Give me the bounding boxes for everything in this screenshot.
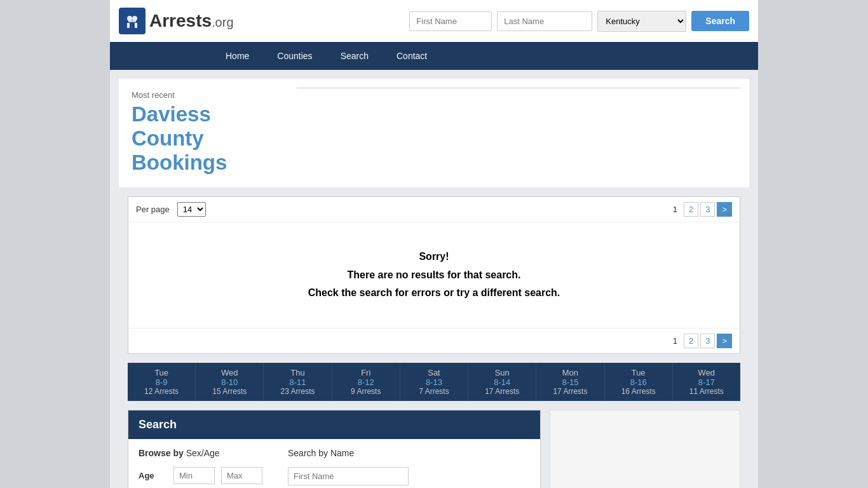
search-section: Search Browse by Sex/Age Age <box>128 401 740 488</box>
county-title[interactable]: DaviessCountyBookings <box>132 102 284 175</box>
right-ad <box>550 410 740 488</box>
svg-point-1 <box>127 16 132 21</box>
name-search-col: Search by Name <box>288 448 409 488</box>
age-row: Age <box>139 467 262 484</box>
logo-icon <box>119 8 146 34</box>
page-3[interactable]: 3 <box>700 202 715 217</box>
main-content <box>297 79 749 187</box>
date-cell[interactable]: Thu8-1123 Arrests <box>264 363 332 401</box>
page-bottom-3[interactable]: 3 <box>700 334 715 348</box>
page-bottom-1[interactable]: 1 <box>668 334 682 348</box>
search-title: Search <box>139 418 530 431</box>
per-page-bar: Per page 14 25 50 1 2 3 > <box>128 197 740 222</box>
svg-rect-4 <box>135 23 137 28</box>
search-box-body: Browse by Sex/Age Age Sex BothMaleFemale <box>128 439 540 488</box>
date-bar: Tue8-912 ArrestsWed8-1015 ArrestsThu8-11… <box>128 363 740 401</box>
age-min-input[interactable] <box>173 467 215 484</box>
pagination-bottom: 1 2 3 > <box>668 334 732 348</box>
per-page-label: Per page <box>136 205 170 214</box>
date-cell[interactable]: Mon8-1517 Arrests <box>536 363 604 401</box>
site-name: Arrests.org <box>149 11 234 31</box>
nav-home[interactable]: Home <box>212 42 263 70</box>
date-cell[interactable]: Tue8-912 Arrests <box>128 363 196 401</box>
no-results-message: Sorry! There are no results for that sea… <box>128 222 740 328</box>
logo[interactable]: Arrests.org <box>119 8 234 34</box>
search-box-header: Search <box>128 410 540 439</box>
page-1[interactable]: 1 <box>668 203 682 216</box>
page-next[interactable]: > <box>717 202 732 217</box>
browse-col: Browse by Sex/Age Age Sex BothMaleFemale <box>139 448 262 488</box>
page-2[interactable]: 2 <box>684 202 698 217</box>
header: Arrests.org KentuckyAlabamaAlaskaArizona… <box>110 0 758 42</box>
most-recent-label: Most recent <box>132 90 284 100</box>
date-cell[interactable]: Tue8-1616 Arrests <box>605 363 673 401</box>
per-page-select[interactable]: 14 25 50 <box>177 202 206 217</box>
svg-rect-5 <box>128 20 136 22</box>
date-cell[interactable]: Sun8-1417 Arrests <box>468 363 536 401</box>
header-first-name-input[interactable] <box>409 11 492 31</box>
date-cell[interactable]: Wed8-1015 Arrests <box>196 363 264 401</box>
results-bottom-bar: 1 2 3 > <box>128 328 740 353</box>
nav-contact[interactable]: Contact <box>383 42 441 70</box>
browse-heading: Browse by Sex/Age <box>139 448 262 458</box>
header-last-name-input[interactable] <box>497 11 592 31</box>
date-cell[interactable]: Sat8-137 Arrests <box>400 363 468 401</box>
results-section: Per page 14 25 50 1 2 3 > <box>128 196 740 354</box>
name-search-heading: Search by Name <box>288 448 409 458</box>
nav-counties[interactable]: Counties <box>263 42 326 70</box>
search-box: Search Browse by Sex/Age Age <box>128 410 541 488</box>
pagination-top: 1 2 3 > <box>668 202 732 217</box>
nav-bar: Home Counties Search Contact <box>110 42 758 70</box>
header-search-button[interactable]: Search <box>691 11 749 31</box>
svg-point-2 <box>132 16 137 21</box>
header-state-select[interactable]: KentuckyAlabamaAlaskaArizonaArkansasCali… <box>597 11 686 32</box>
page-bottom-2[interactable]: 2 <box>684 334 698 348</box>
date-cell[interactable]: Wed8-1711 Arrests <box>673 363 740 401</box>
sidebar: Most recent DaviessCountyBookings <box>119 79 297 187</box>
search-first-name-input[interactable] <box>288 467 409 485</box>
age-max-input[interactable] <box>221 467 262 484</box>
date-cell[interactable]: Fri8-129 Arrests <box>332 363 400 401</box>
nav-search[interactable]: Search <box>327 42 383 70</box>
svg-rect-3 <box>127 23 130 28</box>
header-search-form: KentuckyAlabamaAlaskaArizonaArkansasCali… <box>253 11 749 32</box>
page-bottom-next[interactable]: > <box>717 334 732 348</box>
age-label: Age <box>139 471 167 480</box>
